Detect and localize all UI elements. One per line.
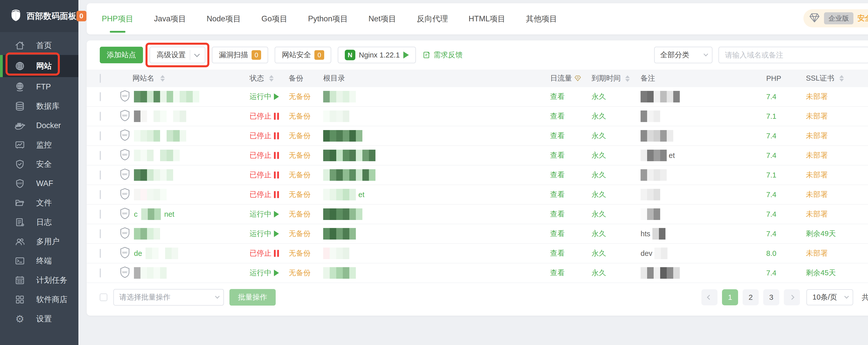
remark-cell[interactable] (633, 267, 759, 279)
remark-cell[interactable] (633, 130, 759, 142)
waf-shield-icon[interactable]: WAF (119, 227, 130, 241)
category-filter-select[interactable]: 全部分类 (654, 47, 712, 63)
root-dir-cell[interactable] (316, 228, 543, 240)
backup-cell[interactable]: 无备份 (282, 111, 316, 121)
traffic-view-link[interactable]: 查看 (550, 111, 565, 121)
sidebar-item-security[interactable]: 安全 (0, 154, 79, 174)
search-input[interactable] (718, 47, 868, 63)
ssl-cell[interactable]: 未部署 (799, 92, 857, 102)
root-dir-cell[interactable] (316, 130, 543, 142)
sidebar-item-cron[interactable]: 计划任务 (0, 270, 79, 290)
row-checkbox[interactable] (100, 268, 101, 277)
batch-action-select[interactable]: 请选择批量操作 (113, 289, 224, 306)
add-site-button[interactable]: 添加站点 (100, 47, 143, 63)
sidebar-item-terminal[interactable]: 终端 (0, 251, 79, 270)
php-version-cell[interactable]: 7.4 (759, 230, 799, 238)
ssl-cell[interactable]: 未部署 (799, 248, 857, 258)
remark-cell[interactable] (633, 189, 759, 200)
site-security-button[interactable]: 网站安全 0 (275, 47, 331, 63)
ssl-cell[interactable]: 未部署 (799, 131, 857, 141)
batch-action-button[interactable]: 批量操作 (229, 289, 276, 306)
php-version-cell[interactable]: 8.0 (759, 249, 799, 257)
remark-cell[interactable]: hts (633, 228, 759, 240)
php-version-cell[interactable]: 7.1 (759, 112, 799, 120)
waf-shield-icon[interactable]: WAF (119, 90, 130, 104)
php-version-cell[interactable]: 7.4 (759, 151, 799, 160)
sidebar-item-home[interactable]: 首页 (0, 36, 79, 55)
waf-shield-icon[interactable]: WAF (119, 129, 130, 143)
header-status[interactable]: 状态 (244, 73, 282, 83)
row-checkbox[interactable] (100, 112, 101, 121)
page-button-2[interactable]: 2 (743, 289, 759, 305)
page-button-3[interactable]: 3 (763, 289, 779, 305)
notification-badge[interactable]: 0 (76, 11, 87, 21)
root-dir-cell[interactable] (316, 208, 543, 220)
sidebar-item-docker[interactable]: Docker (0, 116, 79, 135)
remark-cell[interactable] (633, 208, 759, 220)
waf-shield-icon[interactable]: WAF (119, 148, 130, 163)
status-cell[interactable]: 已停止 (244, 170, 282, 180)
remark-cell[interactable] (633, 169, 759, 181)
expire-cell[interactable]: 永久 (585, 170, 633, 180)
tab-其他项目[interactable]: 其他项目 (525, 5, 558, 33)
sidebar-item-files[interactable]: 文件 (0, 193, 79, 212)
waf-shield-icon[interactable]: WAF (119, 168, 130, 182)
root-dir-cell[interactable] (316, 110, 543, 122)
expire-cell[interactable]: 永久 (585, 229, 633, 239)
php-version-cell[interactable]: 7.4 (759, 191, 799, 199)
page-size-select[interactable]: 10条/页 (806, 289, 853, 305)
waf-shield-icon[interactable]: WAF (119, 187, 130, 202)
traffic-view-link[interactable]: 查看 (550, 170, 565, 180)
remark-cell[interactable] (633, 91, 759, 102)
ssl-cell[interactable]: 未部署 (799, 189, 857, 200)
select-all-checkbox[interactable] (100, 74, 101, 83)
root-dir-cell[interactable] (316, 169, 543, 181)
header-expire-time[interactable]: 到期时间 (585, 73, 633, 83)
ssl-cell[interactable]: 剩余49天 (799, 229, 857, 239)
sort-icon[interactable] (625, 75, 630, 82)
sidebar-item-database[interactable]: 数据库 (0, 96, 79, 116)
row-checkbox[interactable] (100, 151, 101, 160)
remark-cell[interactable] (633, 110, 759, 122)
site-name-cell[interactable]: WAFcnet (108, 207, 244, 221)
license-banner[interactable]: 企业版 安全、高 (803, 9, 868, 27)
site-name-cell[interactable]: WAF (108, 266, 244, 280)
backup-cell[interactable]: 无备份 (282, 268, 316, 278)
status-cell[interactable]: 运行中 (244, 92, 282, 102)
tab-Node项目[interactable]: Node项目 (206, 5, 241, 33)
backup-cell[interactable]: 无备份 (282, 150, 316, 161)
backup-cell[interactable]: 无备份 (282, 170, 316, 180)
php-version-cell[interactable]: 7.4 (759, 132, 799, 140)
next-page-button[interactable] (784, 289, 800, 305)
expire-cell[interactable]: 永久 (585, 268, 633, 278)
backup-cell[interactable]: 无备份 (282, 229, 316, 239)
remark-cell[interactable]: et (633, 150, 759, 161)
sidebar-item-website[interactable]: 网站 (0, 55, 79, 77)
waf-shield-icon[interactable]: WAF (119, 246, 130, 261)
php-version-cell[interactable]: 7.4 (759, 210, 799, 218)
header-daily-traffic[interactable]: 日流量 企 (543, 73, 585, 83)
sidebar-item-ftp[interactable]: FTP (0, 77, 79, 96)
status-cell[interactable]: 已停止 (244, 131, 282, 141)
status-cell[interactable]: 运行中 (244, 229, 282, 239)
php-version-cell[interactable]: 7.4 (759, 269, 799, 277)
status-cell[interactable]: 已停止 (244, 189, 282, 200)
site-name-cell[interactable]: WAF (108, 109, 244, 124)
waf-shield-icon[interactable]: WAF (119, 207, 130, 221)
php-version-cell[interactable]: 7.4 (759, 93, 799, 101)
nginx-service-button[interactable]: N Nginx 1.22.1 (338, 47, 416, 63)
traffic-view-link[interactable]: 查看 (550, 150, 565, 161)
traffic-view-link[interactable]: 查看 (550, 209, 565, 219)
vuln-scan-button[interactable]: 漏洞扫描 0 (212, 47, 268, 63)
backup-cell[interactable]: 无备份 (282, 92, 316, 102)
status-cell[interactable]: 运行中 (244, 209, 282, 219)
ssl-cell[interactable]: 未部署 (799, 111, 857, 121)
site-name-cell[interactable]: WAF (108, 168, 244, 182)
backup-cell[interactable]: 无备份 (282, 209, 316, 219)
backup-cell[interactable]: 无备份 (282, 131, 316, 141)
status-cell[interactable]: 已停止 (244, 150, 282, 161)
sidebar-item-logs[interactable]: 日志 (0, 212, 79, 232)
traffic-view-link[interactable]: 查看 (550, 131, 565, 141)
expire-cell[interactable]: 永久 (585, 248, 633, 258)
tab-Go项目[interactable]: Go项目 (261, 5, 288, 33)
